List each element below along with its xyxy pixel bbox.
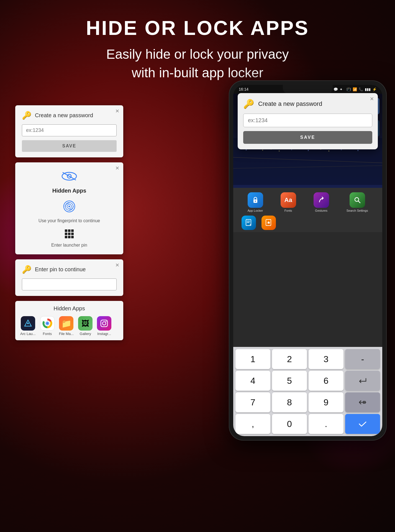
key-8[interactable]: 8 xyxy=(272,392,307,412)
wifi-icon: 📶 xyxy=(353,87,357,91)
app-locker-label: App Locker xyxy=(248,209,263,212)
svg-point-23 xyxy=(106,321,107,322)
key-icon: 🔑 xyxy=(22,265,32,274)
key-confirm[interactable] xyxy=(345,414,380,434)
svg-rect-9 xyxy=(71,229,74,232)
settings-status-icon: ✦ xyxy=(340,87,343,91)
enter-pin-title: Enter pin to continue xyxy=(35,266,86,273)
modal-close-icon[interactable]: ✕ xyxy=(370,96,374,102)
whatsapp-icon: 💬 xyxy=(334,87,338,91)
page-title: HIDE OR LOCK APPS xyxy=(0,17,395,39)
password-input[interactable] xyxy=(22,124,117,136)
svg-rect-10 xyxy=(65,233,67,235)
key-2[interactable]: 2 xyxy=(272,349,307,369)
svg-rect-8 xyxy=(68,229,71,232)
key-4[interactable]: 4 xyxy=(235,371,270,391)
svg-point-20 xyxy=(46,322,49,325)
vibrate-icon: 📳 xyxy=(347,87,351,91)
eye-icon xyxy=(21,169,118,184)
app-item-arc[interactable]: Arc Lau... xyxy=(20,316,36,336)
app-item-instagram[interactable]: Instagr... xyxy=(97,316,111,336)
key-period[interactable]: . xyxy=(309,414,343,434)
chrome-app-icon xyxy=(40,316,55,331)
search-settings-icon[interactable]: Search Settings xyxy=(347,192,368,212)
fonts-label: Fonts xyxy=(284,209,292,212)
instagram-app-label: Instagr... xyxy=(97,332,111,336)
svg-rect-12 xyxy=(71,233,74,235)
hidden-apps-list-panel: Hidden Apps Arc Lau... xyxy=(15,301,123,340)
key-comma[interactable]: , xyxy=(235,414,270,434)
app-locker-icon[interactable]: App Locker xyxy=(248,192,263,212)
svg-rect-35 xyxy=(279,150,279,152)
page-subtitle: Easily hide or lock your privacywith in-… xyxy=(0,45,395,82)
hidden-apps-title: Hidden Apps xyxy=(21,188,118,194)
close-icon[interactable]: ✕ xyxy=(115,262,119,268)
files-app-label: File Ma... xyxy=(59,332,74,336)
svg-point-6 xyxy=(68,206,70,207)
app-item-gallery[interactable]: 🖼 Gallery xyxy=(78,316,93,336)
left-panels-container: ✕ 🔑 Create a new password SAVE ✕ Hidden … xyxy=(15,105,123,340)
starred-icon[interactable] xyxy=(261,216,276,230)
notes-icon[interactable] xyxy=(242,216,256,230)
key-9[interactable]: 9 xyxy=(309,392,343,412)
instagram-app-icon xyxy=(97,316,111,331)
enter-pin-panel: ✕ 🔑 Enter pin to continue xyxy=(15,259,123,296)
fingerprint-text: Use your fingerprint to continue xyxy=(21,218,118,223)
svg-rect-15 xyxy=(71,236,74,238)
key-7[interactable]: 7 xyxy=(235,392,270,412)
grid-icon[interactable] xyxy=(21,229,118,241)
numpad: 1 2 3 - 4 5 6 7 8 9 xyxy=(233,347,382,436)
svg-rect-54 xyxy=(357,150,358,151)
app-drawer: App Locker Aa Fonts xyxy=(233,188,382,232)
key-5[interactable]: 5 xyxy=(272,371,307,391)
svg-rect-13 xyxy=(65,236,67,238)
fonts-icon[interactable]: Aa Fonts xyxy=(281,192,296,212)
svg-rect-14 xyxy=(68,236,71,238)
pin-input[interactable] xyxy=(22,278,117,290)
enter-launcher-pin-text: Enter launcher pin xyxy=(21,243,118,248)
key-dash[interactable]: - xyxy=(345,349,380,369)
svg-rect-7 xyxy=(65,229,67,232)
key-3[interactable]: 3 xyxy=(309,349,343,369)
modal-key-icon: 🔑 xyxy=(243,99,254,109)
modal-password-input[interactable] xyxy=(243,114,372,127)
fingerprint-icon[interactable] xyxy=(21,200,118,216)
chrome-app-label: Fonts xyxy=(43,332,52,336)
svg-marker-73 xyxy=(267,221,270,224)
battery-icon: ⚡ xyxy=(372,87,377,91)
signal-icon: ▮▮▮ xyxy=(365,87,371,91)
key-icon: 🔑 xyxy=(22,111,32,120)
create-password-panel: ✕ 🔑 Create a new password SAVE xyxy=(15,105,123,157)
phone-modal: ✕ 🔑 Create a new password SAVE xyxy=(238,93,378,149)
svg-rect-11 xyxy=(68,233,71,235)
app-item-chrome[interactable]: Fonts xyxy=(40,316,55,336)
gestures-icon[interactable]: Gestures xyxy=(314,192,329,212)
phone-mockup: 16:14 ⌂ 💬 ✦ 📳 📶 📞 ▮▮▮ ⚡ xyxy=(229,80,387,441)
save-button[interactable]: SAVE xyxy=(22,140,117,152)
svg-point-22 xyxy=(102,322,106,325)
app-item-files[interactable]: 📁 File Ma... xyxy=(59,316,74,336)
panel1-title: Create a new password xyxy=(35,112,93,119)
gallery-app-icon: 🖼 xyxy=(78,316,93,331)
call-icon: 📞 xyxy=(359,87,363,91)
svg-line-70 xyxy=(358,201,360,203)
modal-save-button[interactable]: SAVE xyxy=(243,131,372,144)
key-1[interactable]: 1 xyxy=(235,349,270,369)
status-time: 16:14 xyxy=(239,87,248,91)
arc-app-icon xyxy=(21,316,35,331)
key-0[interactable]: 0 xyxy=(272,414,307,434)
svg-rect-21 xyxy=(101,320,107,327)
gallery-app-label: Gallery xyxy=(80,332,91,336)
svg-rect-31 xyxy=(262,150,263,151)
svg-rect-42 xyxy=(308,150,309,151)
close-icon[interactable]: ✕ xyxy=(115,165,119,171)
key-return[interactable] xyxy=(345,371,380,391)
arc-app-label: Arc Lau... xyxy=(20,332,36,336)
svg-rect-47 xyxy=(329,150,329,152)
key-backspace[interactable] xyxy=(345,392,380,412)
hidden-apps-list-title: Hidden Apps xyxy=(20,305,118,312)
key-6[interactable]: 6 xyxy=(309,371,343,391)
close-icon[interactable]: ✕ xyxy=(115,108,119,114)
modal-title: Create a new password xyxy=(258,100,322,108)
phone-notch xyxy=(283,85,333,94)
